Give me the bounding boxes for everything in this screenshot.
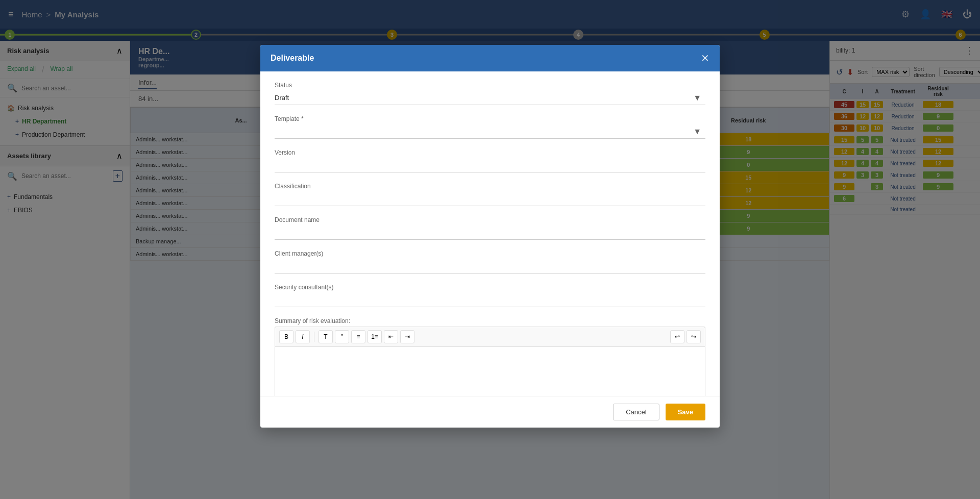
quote-button[interactable]: " xyxy=(335,330,349,343)
classification-input[interactable] xyxy=(275,192,705,206)
status-field: Status Draft In Progress Complete Approv… xyxy=(275,82,705,105)
heading-button[interactable]: T xyxy=(318,330,333,343)
status-select-wrapper: Draft In Progress Complete Approved ▼ xyxy=(275,91,705,105)
outdent-button[interactable]: ⇤ xyxy=(384,330,398,343)
modal-title: Deliverable xyxy=(271,54,314,63)
security-consultant-field: Security consultant(s) xyxy=(275,284,705,307)
classification-field: Classification xyxy=(275,183,705,206)
status-label: Status xyxy=(275,82,705,89)
security-consultant-input[interactable] xyxy=(275,293,705,307)
summary-label: Summary of risk evaluation: xyxy=(275,317,705,325)
redo-button[interactable]: ↪ xyxy=(687,330,701,343)
template-select[interactable] xyxy=(275,124,705,139)
version-input[interactable] xyxy=(275,158,705,172)
undo-button[interactable]: ↩ xyxy=(670,330,684,343)
bold-button[interactable]: B xyxy=(279,330,293,343)
summary-text-area[interactable] xyxy=(275,346,705,396)
document-name-field: Document name xyxy=(275,216,705,240)
client-manager-label: Client manager(s) xyxy=(275,250,705,257)
template-field: Template * ▼ xyxy=(275,115,705,139)
toolbar-sep-1 xyxy=(314,332,314,342)
italic-button[interactable]: I xyxy=(296,330,310,343)
client-manager-input[interactable] xyxy=(275,259,705,273)
modal-body: Status Draft In Progress Complete Approv… xyxy=(260,71,720,396)
security-consultant-label: Security consultant(s) xyxy=(275,284,705,291)
version-label: Version xyxy=(275,149,705,156)
modal-close-button[interactable]: ✕ xyxy=(701,52,709,64)
cancel-button[interactable]: Cancel xyxy=(613,404,659,420)
status-select[interactable]: Draft In Progress Complete Approved xyxy=(275,91,705,105)
client-manager-field: Client manager(s) xyxy=(275,250,705,273)
document-name-input[interactable] xyxy=(275,226,705,240)
rich-text-toolbar: B I T " ≡ 1≡ ⇤ ⇥ ↩ ↪ xyxy=(275,327,705,346)
numbered-list-button[interactable]: 1≡ xyxy=(368,330,382,343)
template-label: Template * xyxy=(275,115,705,122)
bullet-list-button[interactable]: ≡ xyxy=(351,330,365,343)
version-field: Version xyxy=(275,149,705,172)
document-name-label: Document name xyxy=(275,216,705,223)
deliverable-modal: Deliverable ✕ Status Draft In Progress C… xyxy=(260,45,720,428)
save-button[interactable]: Save xyxy=(666,404,705,420)
classification-label: Classification xyxy=(275,183,705,190)
indent-button[interactable]: ⇥ xyxy=(400,330,414,343)
summary-field: Summary of risk evaluation: B I T " ≡ 1≡… xyxy=(275,317,705,396)
modal-header: Deliverable ✕ xyxy=(260,45,720,71)
modal-footer: Cancel Save xyxy=(260,396,720,428)
template-select-wrapper: ▼ xyxy=(275,124,705,139)
